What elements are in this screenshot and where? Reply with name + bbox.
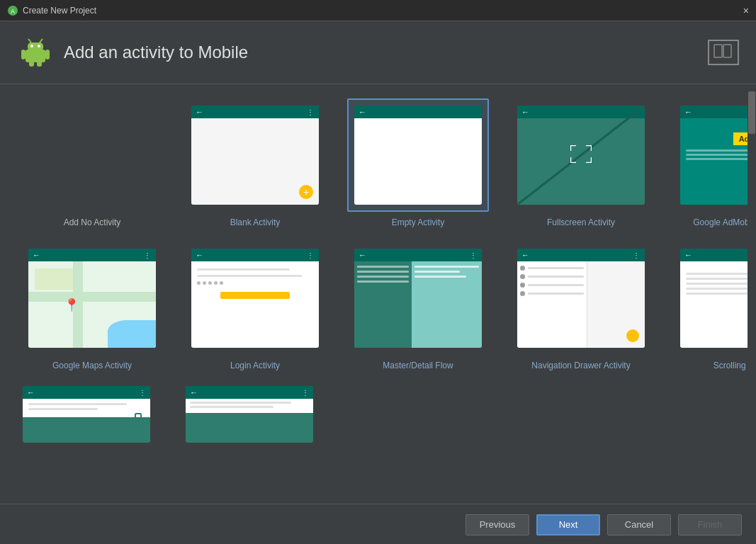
drawer-item3 (520, 283, 584, 288)
activity-card-login[interactable]: ← ⋮ (184, 242, 326, 370)
activity-card-settings[interactable]: ← ⋮ Settings Activity (21, 385, 163, 504)
drawer-dot3 (520, 283, 525, 288)
back-arrow-icon: ← (190, 388, 198, 397)
scrollbar-thumb[interactable] (748, 91, 755, 134)
dot5 (220, 281, 223, 285)
scrolling-body (680, 261, 747, 348)
settings-body (23, 399, 150, 417)
activity-card-admob[interactable]: ← ⋮ Ad Google AdMob Ads Activity (673, 98, 747, 227)
no-activity-thumb (21, 98, 163, 212)
maps-mock: ← ⋮ 📍 (28, 249, 156, 348)
back-arrow-icon: ← (27, 388, 35, 397)
admob-top-bar: ← ⋮ (680, 106, 747, 118)
title-bar-left: A Create New Project (7, 5, 96, 16)
maps-label: Google Maps Activity (52, 361, 132, 370)
map-land (35, 268, 73, 290)
menu-dots-icon: ⋮ (307, 251, 315, 259)
masterdetail-body (354, 261, 482, 348)
activity-card-masterdetail[interactable]: ← ⋮ (347, 242, 489, 370)
activity-grid-area[interactable]: Add No Activity ← ⋮ + Blank Activity (0, 84, 747, 504)
activity-card-scrolling[interactable]: ← ⋮ (673, 242, 747, 370)
empty-top-bar: ← (354, 106, 482, 118)
login-mock: ← ⋮ (191, 249, 319, 348)
masterdetail-top-bar: ← ⋮ (354, 249, 482, 261)
empty-body (354, 118, 482, 205)
menu-dots-icon: ⋮ (633, 251, 641, 259)
login-line2 (197, 275, 302, 277)
list-line2 (357, 271, 409, 273)
close-button[interactable]: × (743, 5, 749, 16)
drawer-dot4 (520, 291, 525, 296)
back-arrow-icon: ← (359, 108, 366, 116)
fullscreen-label: Fullscreen Activity (547, 217, 615, 227)
navdrawer-mock: ← ⋮ (517, 249, 645, 348)
menu-dots-icon: ⋮ (470, 251, 478, 259)
back-arrow-icon: ← (33, 251, 40, 259)
drawer-line2 (528, 276, 584, 278)
next-button[interactable]: Next (536, 514, 600, 536)
tabbed-mock-small: ← ⋮ (186, 386, 313, 443)
menu-dots-icon: ⋮ (307, 108, 315, 116)
activity-card-tabbed[interactable]: ← ⋮ Tabbed Activity (184, 385, 326, 504)
svg-point-6 (38, 45, 40, 47)
finish-button[interactable]: Finish (678, 514, 742, 536)
menu-dots-icon: ⋮ (139, 389, 146, 397)
list-line4 (357, 280, 409, 283)
map-pin: 📍 (64, 298, 79, 313)
activity-card-fullscreen[interactable]: ← (510, 98, 652, 227)
blank-mock: ← ⋮ + (191, 106, 319, 205)
svg-rect-10 (45, 50, 50, 60)
password-dots (197, 281, 313, 285)
activity-card-empty[interactable]: ← Empty Activity (347, 98, 489, 227)
checkbox-icon (135, 413, 142, 420)
header: Add an activity to Mobile (0, 21, 756, 84)
maps-thumb: ← ⋮ 📍 (21, 242, 163, 355)
dot4 (214, 281, 218, 285)
svg-rect-13 (714, 45, 722, 57)
masterdetail-label: Master/Detail Flow (383, 361, 453, 370)
activity-grid: Add No Activity ← ⋮ + Blank Activity (21, 98, 726, 504)
admob-label: Google AdMob Ads Activity (693, 217, 747, 227)
scroll-line2 (686, 278, 747, 280)
svg-rect-12 (37, 61, 42, 67)
drawer-item1 (520, 266, 584, 271)
detail-line1 (414, 266, 479, 268)
scroll-line5 (686, 293, 747, 295)
footer: Previous Next Cancel Finish (0, 504, 756, 544)
svg-rect-11 (29, 61, 34, 67)
login-line1 (197, 268, 290, 271)
activity-card-navdrawer[interactable]: ← ⋮ (510, 242, 652, 370)
back-arrow-icon: ← (359, 251, 366, 259)
back-arrow-icon: ← (684, 251, 692, 259)
ad-line-1 (686, 149, 747, 152)
navdrawer-thumb: ← ⋮ (510, 242, 652, 355)
scrollbar-track[interactable] (747, 84, 756, 504)
view-icon[interactable] (708, 40, 739, 65)
menu-dots-icon: ⋮ (144, 251, 152, 259)
cancel-button[interactable]: Cancel (607, 514, 671, 536)
main-content: Add No Activity ← ⋮ + Blank Activity (0, 84, 756, 504)
blank-thumb: ← ⋮ + (184, 98, 326, 212)
login-btn (220, 292, 290, 299)
scrolling-thumb: ← ⋮ (673, 242, 747, 355)
window-title: Create New Project (23, 6, 96, 16)
login-body (191, 261, 319, 348)
login-top-bar: ← ⋮ (191, 249, 319, 261)
navdrawer-fab (626, 329, 639, 342)
map-water (108, 320, 156, 348)
drawer-dot1 (520, 266, 525, 271)
previous-button[interactable]: Previous (466, 514, 529, 536)
blank-body: + (191, 118, 319, 205)
dot1 (197, 281, 201, 285)
menu-dots-icon: ⋮ (302, 389, 309, 397)
activity-card-maps[interactable]: ← ⋮ 📍 Google Maps Activity (21, 242, 163, 370)
svg-rect-14 (723, 45, 731, 57)
list-line3 (357, 276, 409, 278)
activity-card-blank[interactable]: ← ⋮ + Blank Activity (184, 98, 326, 227)
svg-point-5 (30, 45, 33, 47)
back-arrow-icon: ← (196, 108, 203, 116)
scrolling-content (680, 261, 747, 300)
scroll-line1 (686, 273, 747, 275)
svg-text:A: A (11, 8, 15, 15)
activity-card-no-activity[interactable]: Add No Activity (21, 98, 163, 227)
